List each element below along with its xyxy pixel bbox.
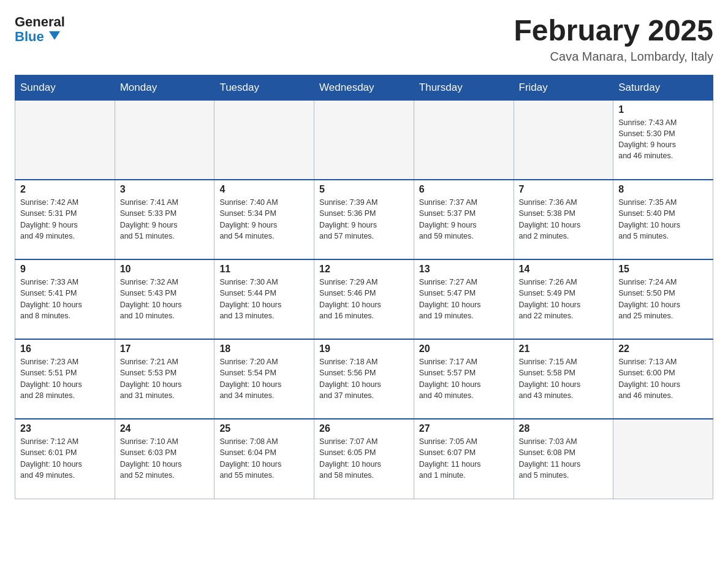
day-number: 23 (20, 423, 110, 434)
header-sunday: Sunday (15, 75, 115, 100)
header-monday: Monday (115, 75, 214, 100)
day-number: 28 (519, 423, 609, 434)
day-info: Sunrise: 7:24 AM Sunset: 5:50 PM Dayligh… (618, 277, 708, 321)
day-info: Sunrise: 7:37 AM Sunset: 5:37 PM Dayligh… (419, 197, 509, 242)
table-row (314, 100, 414, 180)
table-row: 7Sunrise: 7:36 AM Sunset: 5:38 PM Daylig… (514, 180, 613, 259)
day-number: 17 (120, 343, 210, 354)
day-info: Sunrise: 7:07 AM Sunset: 6:05 PM Dayligh… (319, 436, 409, 481)
weekday-header-row: Sunday Monday Tuesday Wednesday Thursday… (15, 75, 713, 100)
day-info: Sunrise: 7:32 AM Sunset: 5:43 PM Dayligh… (120, 277, 210, 321)
calendar-week-row: 16Sunrise: 7:23 AM Sunset: 5:51 PM Dayli… (15, 339, 713, 419)
table-row: 23Sunrise: 7:12 AM Sunset: 6:01 PM Dayli… (15, 419, 115, 499)
table-row: 25Sunrise: 7:08 AM Sunset: 6:04 PM Dayli… (214, 419, 314, 499)
day-info: Sunrise: 7:27 AM Sunset: 5:47 PM Dayligh… (419, 277, 509, 321)
day-info: Sunrise: 7:35 AM Sunset: 5:40 PM Dayligh… (618, 197, 708, 242)
day-info: Sunrise: 7:15 AM Sunset: 5:58 PM Dayligh… (519, 356, 609, 401)
day-number: 19 (319, 343, 409, 354)
table-row (613, 419, 713, 499)
day-number: 21 (519, 343, 609, 354)
day-number: 5 (319, 184, 409, 195)
day-number: 26 (319, 423, 409, 434)
day-number: 1 (618, 104, 708, 115)
header-friday: Friday (514, 75, 613, 100)
calendar-week-row: 2Sunrise: 7:42 AM Sunset: 5:31 PM Daylig… (15, 180, 713, 259)
day-number: 18 (219, 343, 309, 354)
page-header: General Blue February 2025 Cava Manara, … (15, 15, 713, 64)
logo-blue: Blue (15, 29, 65, 44)
table-row: 12Sunrise: 7:29 AM Sunset: 5:46 PM Dayli… (314, 259, 414, 339)
day-number: 24 (120, 423, 210, 434)
table-row (15, 100, 115, 180)
logo: General Blue (15, 15, 65, 44)
table-row (115, 100, 214, 180)
day-number: 20 (419, 343, 509, 354)
calendar-title: February 2025 (514, 15, 713, 47)
table-row: 2Sunrise: 7:42 AM Sunset: 5:31 PM Daylig… (15, 180, 115, 259)
table-row: 28Sunrise: 7:03 AM Sunset: 6:08 PM Dayli… (514, 419, 613, 499)
header-saturday: Saturday (613, 75, 713, 100)
table-row: 16Sunrise: 7:23 AM Sunset: 5:51 PM Dayli… (15, 339, 115, 419)
table-row: 19Sunrise: 7:18 AM Sunset: 5:56 PM Dayli… (314, 339, 414, 419)
table-row: 26Sunrise: 7:07 AM Sunset: 6:05 PM Dayli… (314, 419, 414, 499)
day-number: 2 (20, 184, 110, 195)
day-number: 9 (20, 264, 110, 275)
header-wednesday: Wednesday (314, 75, 414, 100)
table-row: 17Sunrise: 7:21 AM Sunset: 5:53 PM Dayli… (115, 339, 214, 419)
table-row: 1Sunrise: 7:43 AM Sunset: 5:30 PM Daylig… (613, 100, 713, 180)
day-info: Sunrise: 7:17 AM Sunset: 5:57 PM Dayligh… (419, 356, 509, 401)
table-row (214, 100, 314, 180)
day-number: 16 (20, 343, 110, 354)
day-info: Sunrise: 7:29 AM Sunset: 5:46 PM Dayligh… (319, 277, 409, 321)
table-row: 27Sunrise: 7:05 AM Sunset: 6:07 PM Dayli… (414, 419, 514, 499)
table-row: 6Sunrise: 7:37 AM Sunset: 5:37 PM Daylig… (414, 180, 514, 259)
day-info: Sunrise: 7:30 AM Sunset: 5:44 PM Dayligh… (219, 277, 309, 321)
header-tuesday: Tuesday (214, 75, 314, 100)
day-number: 15 (618, 264, 708, 275)
day-info: Sunrise: 7:21 AM Sunset: 5:53 PM Dayligh… (120, 356, 210, 401)
day-info: Sunrise: 7:12 AM Sunset: 6:01 PM Dayligh… (20, 436, 110, 481)
day-number: 22 (618, 343, 708, 354)
calendar-table: Sunday Monday Tuesday Wednesday Thursday… (15, 75, 713, 499)
day-number: 25 (219, 423, 309, 434)
day-info: Sunrise: 7:36 AM Sunset: 5:38 PM Dayligh… (519, 197, 609, 242)
day-number: 13 (419, 264, 509, 275)
table-row: 13Sunrise: 7:27 AM Sunset: 5:47 PM Dayli… (414, 259, 514, 339)
svg-marker-0 (49, 31, 60, 40)
table-row: 3Sunrise: 7:41 AM Sunset: 5:33 PM Daylig… (115, 180, 214, 259)
logo-triangle-icon (49, 31, 60, 40)
day-number: 14 (519, 264, 609, 275)
day-info: Sunrise: 7:23 AM Sunset: 5:51 PM Dayligh… (20, 356, 110, 401)
day-number: 11 (219, 264, 309, 275)
day-info: Sunrise: 7:10 AM Sunset: 6:03 PM Dayligh… (120, 436, 210, 481)
day-info: Sunrise: 7:43 AM Sunset: 5:30 PM Dayligh… (618, 117, 708, 162)
table-row (514, 100, 613, 180)
day-info: Sunrise: 7:39 AM Sunset: 5:36 PM Dayligh… (319, 197, 409, 242)
day-info: Sunrise: 7:18 AM Sunset: 5:56 PM Dayligh… (319, 356, 409, 401)
table-row: 21Sunrise: 7:15 AM Sunset: 5:58 PM Dayli… (514, 339, 613, 419)
table-row: 20Sunrise: 7:17 AM Sunset: 5:57 PM Dayli… (414, 339, 514, 419)
day-number: 10 (120, 264, 210, 275)
day-info: Sunrise: 7:41 AM Sunset: 5:33 PM Dayligh… (120, 197, 210, 242)
header-thursday: Thursday (414, 75, 514, 100)
table-row: 18Sunrise: 7:20 AM Sunset: 5:54 PM Dayli… (214, 339, 314, 419)
table-row: 24Sunrise: 7:10 AM Sunset: 6:03 PM Dayli… (115, 419, 214, 499)
day-info: Sunrise: 7:20 AM Sunset: 5:54 PM Dayligh… (219, 356, 309, 401)
table-row (414, 100, 514, 180)
title-block: February 2025 Cava Manara, Lombardy, Ita… (514, 15, 713, 64)
calendar-week-row: 1Sunrise: 7:43 AM Sunset: 5:30 PM Daylig… (15, 100, 713, 180)
table-row: 10Sunrise: 7:32 AM Sunset: 5:43 PM Dayli… (115, 259, 214, 339)
table-row: 9Sunrise: 7:33 AM Sunset: 5:41 PM Daylig… (15, 259, 115, 339)
table-row: 14Sunrise: 7:26 AM Sunset: 5:49 PM Dayli… (514, 259, 613, 339)
day-number: 27 (419, 423, 509, 434)
calendar-location: Cava Manara, Lombardy, Italy (514, 50, 713, 64)
day-info: Sunrise: 7:33 AM Sunset: 5:41 PM Dayligh… (20, 277, 110, 321)
logo-general: General (15, 15, 65, 29)
day-info: Sunrise: 7:08 AM Sunset: 6:04 PM Dayligh… (219, 436, 309, 481)
table-row: 11Sunrise: 7:30 AM Sunset: 5:44 PM Dayli… (214, 259, 314, 339)
table-row: 5Sunrise: 7:39 AM Sunset: 5:36 PM Daylig… (314, 180, 414, 259)
day-number: 3 (120, 184, 210, 195)
table-row: 8Sunrise: 7:35 AM Sunset: 5:40 PM Daylig… (613, 180, 713, 259)
calendar-week-row: 9Sunrise: 7:33 AM Sunset: 5:41 PM Daylig… (15, 259, 713, 339)
table-row: 4Sunrise: 7:40 AM Sunset: 5:34 PM Daylig… (214, 180, 314, 259)
